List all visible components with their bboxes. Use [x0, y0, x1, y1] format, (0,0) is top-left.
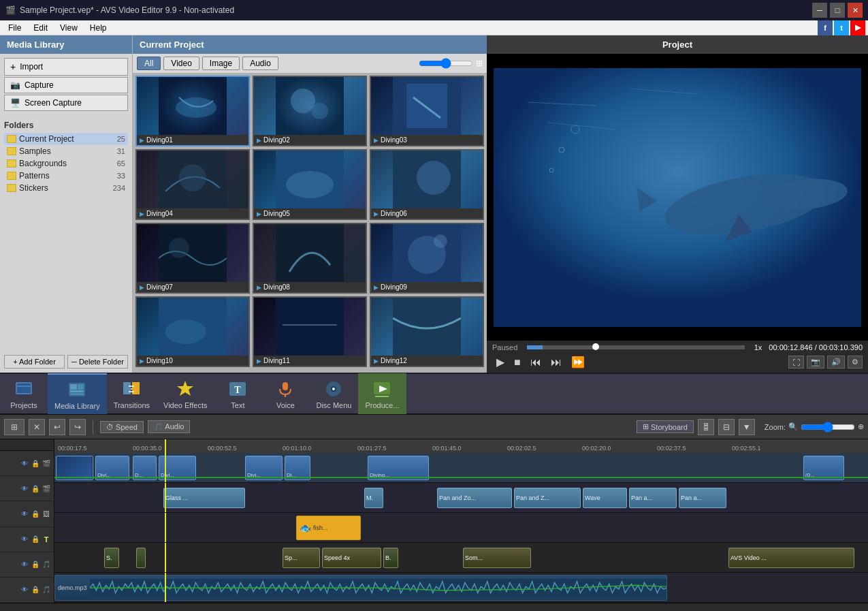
eye-icon[interactable]: 👁 — [20, 560, 29, 569]
layout-dropdown[interactable]: ▼ — [739, 419, 755, 435]
audio-mixer-button[interactable]: 🎛 — [698, 419, 714, 435]
eye-icon[interactable]: 👁 — [20, 458, 29, 468]
media-item-diving07[interactable]: ▶ Diving07 — [135, 223, 250, 294]
volume-button[interactable]: 🔊 — [827, 356, 845, 369]
lock-icon[interactable]: 🔒 — [31, 535, 40, 544]
undo-button[interactable]: ↩ — [49, 419, 65, 435]
lock-icon[interactable]: 🔒 — [31, 560, 40, 569]
snapshot-button[interactable]: 📷 — [807, 356, 824, 369]
media-item-diving10[interactable]: ▶ Diving10 — [135, 296, 250, 367]
minimize-button[interactable]: ─ — [812, 3, 827, 18]
menu-help[interactable]: Help — [84, 22, 112, 34]
clip-text-sp[interactable]: Sp... — [283, 548, 320, 568]
capture-button[interactable]: 📷 Capture — [4, 77, 128, 93]
eye-icon[interactable]: 👁 — [20, 509, 29, 518]
clip-glass[interactable]: Glass ... — [163, 488, 245, 508]
frame-forward-button[interactable]: ⏩ — [567, 354, 589, 370]
fullscreen-button[interactable]: ⛶ — [788, 356, 804, 369]
menu-edit[interactable]: Edit — [28, 22, 53, 34]
lock-icon[interactable]: 🔒 — [31, 509, 40, 518]
clip-text-som[interactable]: Som... — [463, 548, 531, 568]
tool-transitions[interactable]: Transitions — [107, 373, 157, 414]
media-item-diving11[interactable]: ▶ Diving11 — [253, 296, 367, 367]
filter-audio[interactable]: Audio — [242, 57, 278, 70]
clip-pan-zoom1[interactable]: Pan and Zo... — [437, 488, 512, 508]
timeline-scrollbar[interactable] — [0, 603, 868, 611]
filter-all[interactable]: All — [137, 57, 161, 70]
play-button[interactable]: ▶ — [492, 354, 509, 370]
filter-image[interactable]: Image — [202, 57, 240, 70]
tool-disc-menu[interactable]: Disc Menu — [309, 373, 358, 414]
size-slider[interactable] — [419, 58, 473, 69]
twitter-button[interactable]: t — [834, 20, 849, 35]
lock-icon[interactable]: 🔒 — [31, 585, 40, 595]
youtube-button[interactable]: ▶ — [850, 20, 865, 35]
add-folder-button[interactable]: + Add Folder — [4, 355, 65, 369]
folder-current-project[interactable]: Current Project 25 — [4, 133, 128, 145]
folder-controls: + Add Folder ─ Delete Folder — [0, 351, 132, 373]
tool-text[interactable]: T Text — [214, 373, 261, 414]
clip-m[interactable]: M. — [364, 488, 383, 508]
clip-text-blank[interactable] — [136, 548, 146, 568]
import-button[interactable]: + Import — [4, 58, 128, 76]
next-button[interactable]: ⏭ — [547, 355, 566, 370]
audio-button[interactable]: 🎵 Audio — [148, 420, 191, 433]
redo-button[interactable]: ↪ — [69, 419, 86, 435]
delete-button[interactable]: ✕ — [29, 419, 45, 435]
folder-stickers[interactable]: Stickers 234 — [4, 182, 128, 194]
facebook-button[interactable]: f — [818, 20, 833, 35]
prev-button[interactable]: ⏮ — [526, 355, 545, 370]
clip-text-s[interactable]: S. — [104, 548, 119, 568]
media-item-diving06[interactable]: ▶ Diving06 — [370, 149, 484, 220]
maximize-button[interactable]: □ — [830, 3, 845, 18]
settings-button[interactable]: ⚙ — [848, 356, 863, 369]
clip-audio-demo[interactable]: demo.mp3 — [54, 575, 667, 601]
media-item-diving08[interactable]: ▶ Diving08 — [253, 223, 367, 294]
timeline-thumb[interactable] — [592, 343, 599, 350]
tool-produce[interactable]: Produce... — [358, 373, 406, 414]
media-grid-wrapper[interactable]: ▶ Diving01 ▶ Diving02 — [133, 73, 487, 373]
tool-video-effects[interactable]: Video Effects — [157, 373, 214, 414]
clip-text-speed4x[interactable]: Speed 4x — [322, 548, 381, 568]
speed-button[interactable]: ⏱ Speed — [100, 421, 144, 433]
layout-button[interactable]: ⊟ — [718, 419, 735, 435]
clip-pan-zoom2[interactable]: Pan and Z... — [514, 488, 581, 508]
media-item-diving05[interactable]: ▶ Diving05 — [253, 149, 367, 220]
menu-view[interactable]: View — [54, 22, 83, 34]
screen-capture-button[interactable]: 🖥️ Screen Capture — [4, 95, 128, 111]
clip-text-b[interactable]: B. — [383, 548, 398, 568]
close-button[interactable]: ✕ — [848, 3, 863, 18]
clip-fish[interactable]: 🐟 fish... — [296, 516, 361, 540]
tool-media-library[interactable]: Media Library — [48, 373, 107, 414]
lock-icon[interactable]: 🔒 — [31, 484, 40, 493]
menu-file[interactable]: File — [3, 22, 27, 34]
tool-projects[interactable]: Projects — [0, 373, 48, 414]
folder-patterns[interactable]: Patterns 33 — [4, 170, 128, 182]
stop-button[interactable]: ■ — [510, 355, 525, 370]
media-item-diving04[interactable]: ▶ Diving04 — [135, 149, 250, 220]
clip-pan1[interactable]: Pan a... — [629, 488, 677, 508]
zoom-slider[interactable] — [801, 422, 855, 433]
storyboard-button[interactable]: ⊞ Storyboard — [637, 420, 694, 433]
folder-samples[interactable]: Samples 31 — [4, 145, 128, 157]
folder-backgrounds[interactable]: Backgrounds 65 — [4, 157, 128, 170]
preview-timeline-slider[interactable] — [527, 345, 744, 349]
eye-icon[interactable]: 👁 — [20, 484, 29, 493]
lock-icon[interactable]: 🔒 — [31, 458, 40, 468]
eye-icon[interactable]: 👁 — [20, 535, 29, 544]
clip-pan2[interactable]: Pan a... — [679, 488, 726, 508]
delete-folder-button[interactable]: ─ Delete Folder — [67, 355, 128, 369]
media-item-diving01[interactable]: ▶ Diving01 — [135, 76, 250, 146]
media-item-diving09[interactable]: ▶ Diving09 — [370, 223, 484, 294]
media-item-diving02[interactable]: ▶ Diving02 — [253, 76, 367, 146]
clip-wave[interactable]: Wave — [583, 488, 627, 508]
tool-voice[interactable]: Voice — [261, 373, 309, 414]
select-tool-button[interactable]: ⊞ — [4, 419, 25, 435]
media-item-diving03[interactable]: ▶ Diving03 — [370, 76, 484, 146]
media-item-diving12[interactable]: ▶ Diving12 — [370, 296, 484, 367]
filter-video[interactable]: Video — [163, 57, 199, 70]
timeline-scroll[interactable]: 00:00:17.5 00:00:35.0 00:00:52.5 00:01:1… — [54, 439, 868, 603]
eye-icon[interactable]: 👁 — [20, 585, 29, 595]
svg-point-13 — [417, 161, 451, 195]
clip-text-avs[interactable]: AVS Video ... — [728, 548, 854, 568]
